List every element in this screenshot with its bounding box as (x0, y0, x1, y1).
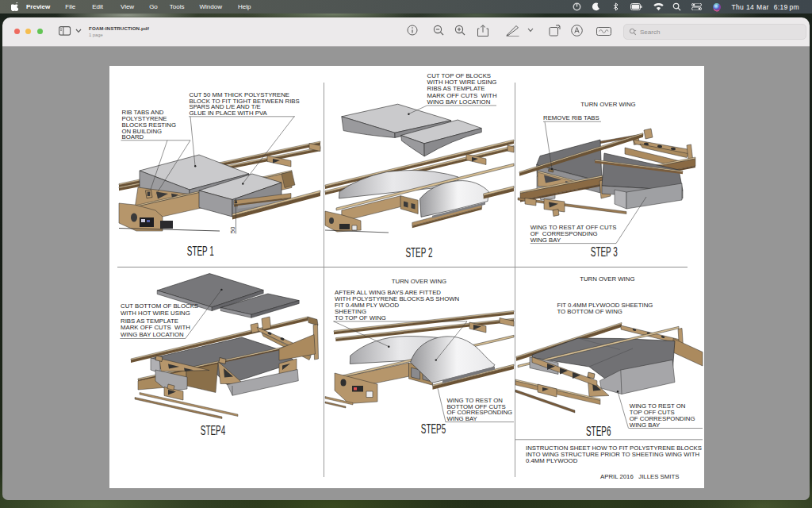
svg-text:STEP6: STEP6 (586, 424, 611, 438)
svg-text:TO BOTTOM OF WING: TO BOTTOM OF WING (557, 308, 622, 315)
svg-text:REMOVE RIB TABS: REMOVE RIB TABS (543, 114, 599, 121)
svg-text:CUT BOTTOM OF BLOCKS: CUT BOTTOM OF BLOCKS (121, 302, 198, 310)
svg-text:WITH HOT WIRE USING: WITH HOT WIRE USING (121, 310, 190, 317)
svg-text:BOARD: BOARD (122, 133, 144, 140)
svg-text:TURN OVER WING: TURN OVER WING (580, 275, 634, 283)
svg-text:APRIL 2016 JILLES SMITS: APRIL 2016 JILLES SMITS (600, 473, 679, 480)
svg-text:0.4MM PLYWOOD: 0.4MM PLYWOOD (526, 457, 578, 464)
svg-text:TURN OVER WING: TURN OVER WING (392, 278, 446, 285)
svg-text:STEP4: STEP4 (201, 423, 225, 437)
svg-text:WING BAY: WING BAY (530, 237, 561, 244)
svg-text:WING BAY: WING BAY (630, 421, 661, 429)
svg-text:STEP 2: STEP 2 (405, 245, 432, 260)
svg-text:STEP 3: STEP 3 (591, 244, 618, 259)
svg-text:STEP5: STEP5 (421, 421, 446, 436)
svg-text:GLUE IN PLACE WITH PVA: GLUE IN PLACE WITH PVA (190, 110, 268, 117)
svg-text:MARK OFF CUTS WITH: MARK OFF CUTS WITH (121, 324, 190, 331)
svg-text:STEP 1: STEP 1 (187, 244, 214, 258)
svg-text:TURN OVER WING: TURN OVER WING (580, 101, 635, 108)
svg-text:TO TOP OF WING: TO TOP OF WING (335, 314, 386, 321)
svg-text:WING BAY: WING BAY (446, 415, 477, 422)
svg-text:WING BAY LOCATION: WING BAY LOCATION (427, 98, 491, 106)
svg-text:WING BAY LOCATION: WING BAY LOCATION (121, 331, 184, 338)
svg-text:50: 50 (229, 227, 236, 233)
